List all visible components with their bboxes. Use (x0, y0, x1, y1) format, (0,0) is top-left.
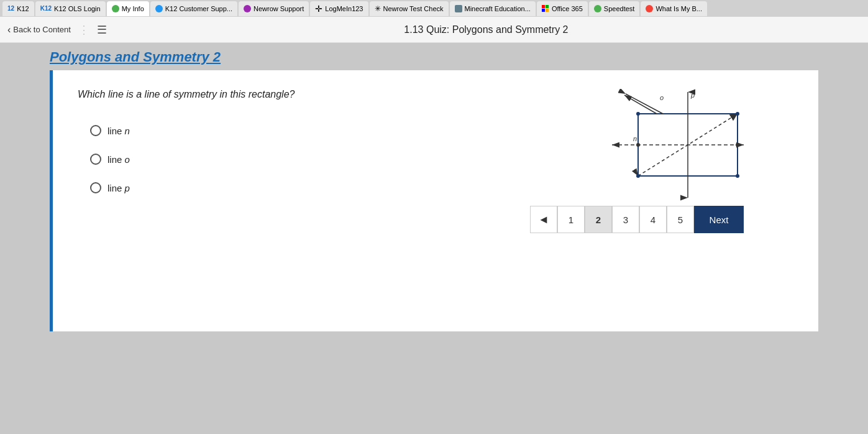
page-1-button[interactable]: 1 (557, 206, 585, 233)
svg-point-11 (636, 174, 640, 178)
tab-office365[interactable]: Office 365 (537, 1, 588, 16)
option-p-label: line p (107, 183, 130, 193)
newrow-support-icon (244, 5, 251, 12)
svg-point-12 (736, 174, 739, 178)
nav-divider: ⋮ (78, 23, 89, 37)
tab-office365-label: Office 365 (552, 5, 583, 12)
my-info-icon (112, 5, 119, 12)
main-content: Polygons and Symmetry 2 Which line is a … (0, 43, 868, 434)
diagram-area: n o p (595, 89, 769, 213)
tab-whatismy[interactable]: What Is My B... (641, 1, 707, 16)
tab-minecraft-label: Minecraft Education... (465, 5, 531, 12)
tab-customer-support-label: K12 Customer Supp... (165, 5, 232, 12)
minecraft-icon (455, 5, 462, 12)
customer-support-icon (155, 5, 163, 12)
speedtest-icon (594, 5, 601, 12)
symmetry-diagram: n o p (595, 89, 769, 213)
radio-o[interactable] (90, 154, 101, 165)
tab-ols-login[interactable]: K12 K12 OLS Login (35, 1, 106, 16)
svg-line-7 (624, 95, 657, 114)
svg-point-9 (636, 112, 640, 116)
tab-speedtest-label: Speedtest (604, 5, 635, 12)
tab-newrow-support[interactable]: Newrow Support (239, 1, 309, 16)
svg-line-3 (626, 94, 663, 114)
tab-k12[interactable]: 12 K12 (2, 1, 34, 16)
radio-n[interactable] (90, 125, 101, 136)
tab-whatismy-label: What Is My B... (656, 5, 702, 12)
svg-text:o: o (660, 94, 664, 101)
tab-newrow-test[interactable]: ✳ Newrow Test Check (370, 1, 449, 16)
svg-point-13 (636, 143, 640, 147)
tab-my-info-label: My Info (122, 5, 144, 12)
tab-logmein-label: LogMeIn123 (325, 5, 363, 12)
hamburger-icon[interactable]: ☰ (97, 23, 107, 37)
tab-newrow-test-label: Newrow Test Check (383, 5, 444, 12)
back-label: Back to Content (13, 25, 71, 34)
tab-speedtest[interactable]: Speedtest (589, 1, 640, 16)
svg-point-14 (736, 143, 739, 147)
back-to-content-link[interactable]: ‹ Back to Content (7, 24, 71, 35)
page-heading: Polygons and Symmetry 2 (0, 49, 868, 70)
tab-bar: 12 K12 K12 K12 OLS Login My Info K12 Cus… (0, 0, 868, 17)
tab-newrow-support-label: Newrow Support (254, 5, 304, 12)
option-o-label: line o (107, 154, 130, 165)
whatismy-icon (646, 5, 653, 12)
nav-bar: ‹ Back to Content ⋮ ☰ 1.13 Quiz: Polygon… (0, 17, 868, 43)
quiz-card: Which line is a line of symmetry in this… (50, 70, 818, 331)
svg-point-10 (736, 112, 739, 116)
radio-p[interactable] (90, 182, 101, 193)
chevron-left-icon: ‹ (7, 24, 11, 35)
tab-my-info[interactable]: My Info (107, 1, 149, 16)
tab-minecraft[interactable]: Minecraft Education... (450, 1, 536, 16)
tab-logmein[interactable]: ✛ LogMeIn123 (310, 1, 368, 16)
tab-customer-support[interactable]: K12 Customer Supp... (150, 1, 237, 16)
option-n-label: line n (107, 126, 130, 136)
svg-text:p: p (690, 91, 695, 99)
prev-page-button[interactable]: ◄ (530, 206, 557, 233)
quiz-title: 1.13 Quiz: Polygons and Symmetry 2 (112, 24, 861, 35)
svg-text:n: n (633, 135, 637, 142)
